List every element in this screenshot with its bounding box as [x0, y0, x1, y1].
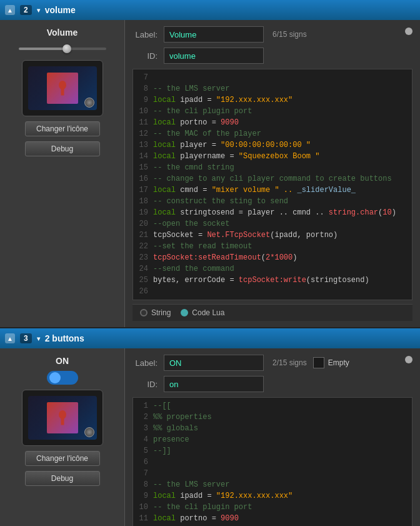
device-album-art	[47, 73, 78, 104]
section-2-left-panel: Volume Changer l'icône Debug	[0, 20, 125, 327]
section-2-string-radio-group: String	[140, 308, 171, 317]
code-line: 10-- the cli plugin port	[133, 502, 412, 513]
code-line: 8-- the LMS server	[133, 83, 412, 94]
toggle-thumb	[49, 372, 61, 383]
section-2-codelua-radio-group: Code Lua	[181, 308, 224, 317]
code-line: 2%% properties	[133, 412, 412, 423]
section-2-string-radio[interactable]	[140, 309, 148, 316]
section-3-label-row: Label: 2/15 signs Empty	[132, 355, 412, 371]
code-line: 7	[133, 468, 412, 479]
section-2-label-input[interactable]	[164, 26, 264, 43]
section-2-slider[interactable]	[19, 43, 106, 55]
code-line: 11local portno = 9090	[133, 117, 412, 128]
section-2-codelua-label: Code Lua	[192, 308, 224, 317]
section-3-right-panel: Label: 2/15 signs Empty ID: 1--[[ 2%% pr…	[125, 348, 420, 526]
section-2-header: ▲ 2 ▾ volume	[0, 0, 420, 20]
section-2-change-icon-btn[interactable]: Changer l'icône	[25, 121, 100, 136]
code-line: 3%% globals	[133, 423, 412, 434]
section-3-empty-group: Empty	[313, 357, 349, 368]
code-line: 12-- the MAC of the player	[133, 128, 412, 139]
code-line: 14local playername = "Squeezebox Boom "	[133, 151, 412, 162]
code-line: 25bytes, errorCode = tcpSocket:write(str…	[133, 275, 412, 286]
code-line: 21tcpSocket = Net.FTcpSocket(ipadd, port…	[133, 230, 412, 241]
section-2-number: 2	[20, 5, 32, 15]
section-2-id-row: ID:	[132, 48, 412, 64]
code-line: 10-- the cli plugin port	[133, 106, 412, 117]
section-3-label-input[interactable]	[164, 355, 264, 371]
code-line: 18-- construct the sting to send	[133, 196, 412, 207]
code-line: 24--send the command	[133, 263, 412, 275]
section-2-title: volume	[45, 5, 76, 15]
section-2-collapse-btn[interactable]: ▲	[5, 5, 15, 15]
section-3-number: 3	[20, 333, 32, 343]
section-2-id-input[interactable]	[164, 48, 264, 64]
section-2-code-area: 7 8-- the LMS server 9local ipadd = "192…	[132, 69, 412, 300]
section-3-id-input[interactable]	[164, 376, 264, 392]
code-line: 26	[133, 286, 412, 297]
section-2-right-panel: Label: 6/15 signs ID: 7 8-- the LMS serv…	[125, 20, 420, 327]
section-2-string-label: String	[151, 308, 171, 317]
section-2-chevron[interactable]: ▾	[37, 7, 40, 14]
code-line: 16-- change to any cli player command to…	[133, 173, 412, 185]
device-screen	[28, 66, 97, 110]
section-3-change-icon-btn[interactable]: Changer l'icône	[25, 451, 100, 466]
section-3-widget-title: ON	[56, 356, 69, 366]
device-logo	[84, 98, 94, 108]
code-line: 5--]]	[133, 445, 412, 457]
section-2-debug-btn[interactable]: Debug	[25, 141, 100, 156]
label-text-3: Label:	[132, 358, 158, 368]
section-3-toggle[interactable]	[47, 371, 78, 385]
section-3-empty-label: Empty	[328, 358, 349, 367]
section-3-device-preview	[22, 390, 103, 446]
code-line: 9local ipadd = "192.xxx.xxx.xxx"	[133, 94, 412, 106]
section-2-code-lines: 7 8-- the LMS server 9local ipadd = "192…	[133, 69, 412, 300]
section-3-code-lines: 1--[[ 2%% properties 3%% globals 4presen…	[133, 398, 412, 526]
section-3-corner-dot	[405, 356, 412, 363]
slider-track	[19, 48, 106, 50]
code-line: 9local ipadd = "192.xxx.xxx.xxx"	[133, 490, 412, 502]
section-3-body: ON Changer l'icône Debug Label: 2/15 sig…	[0, 348, 420, 526]
code-line: 19local stringtosend = player .. cmnd ..…	[133, 207, 412, 218]
code-line: 13local player = "00:00:00:00:00:00 "	[133, 139, 412, 151]
code-line: 15-- the cmnd string	[133, 162, 412, 173]
section-3-chevron[interactable]: ▾	[37, 335, 40, 342]
code-line: 23tcpSocket:setReadTimeout(2*1000)	[133, 252, 412, 263]
section-2-codelua-radio[interactable]	[181, 309, 188, 316]
section-2-code-footer: String Code Lua	[132, 304, 412, 321]
code-line: 7	[133, 72, 412, 83]
slider-thumb	[62, 44, 71, 53]
label-text: Label:	[132, 30, 158, 39]
section-2-device-preview	[22, 60, 103, 116]
section-2-corner-dot	[405, 28, 412, 35]
section-3-header: ▲ 3 ▾ 2 buttons	[0, 328, 420, 348]
section-3-id-row: ID:	[132, 376, 412, 392]
empty-color-box[interactable]	[313, 357, 324, 368]
code-line: 4presence	[133, 434, 412, 445]
section-3: ▲ 3 ▾ 2 buttons ON Changer l'icône Debug	[0, 328, 420, 526]
device-album-art-3	[47, 402, 78, 433]
section-3-collapse-btn[interactable]: ▲	[5, 333, 15, 343]
section-2-signs-info: 6/15 signs	[272, 30, 307, 39]
code-line: 8-- the LMS server	[133, 479, 412, 490]
section-3-left-panel: ON Changer l'icône Debug	[0, 348, 125, 526]
code-line: 1--[[	[133, 400, 412, 412]
id-text: ID:	[132, 51, 158, 61]
code-line: 22--set the read timeout	[133, 241, 412, 252]
code-line: 6	[133, 457, 412, 468]
code-line: 11local portno = 9090	[133, 513, 412, 524]
device-logo-3	[84, 427, 94, 437]
code-line: 20--open the socket	[133, 218, 412, 230]
device-screen-3	[28, 396, 97, 440]
section-3-code-area: 1--[[ 2%% properties 3%% globals 4presen…	[132, 397, 412, 526]
section-3-title: 2 buttons	[45, 333, 84, 343]
section-3-debug-btn[interactable]: Debug	[25, 471, 100, 486]
id-text-3: ID:	[132, 380, 158, 389]
section-2-body: Volume Changer l'icône Debug Label: 6/15…	[0, 20, 420, 327]
code-line: 17local cmnd = "mixer volume " .. _slide…	[133, 185, 412, 196]
section-3-signs-info: 2/15 signs	[272, 358, 307, 367]
section-2-label-row: Label: 6/15 signs	[132, 26, 412, 43]
section-2: ▲ 2 ▾ volume Volume Changer l'icône Debu…	[0, 0, 420, 327]
section-2-widget-title: Volume	[47, 28, 78, 38]
